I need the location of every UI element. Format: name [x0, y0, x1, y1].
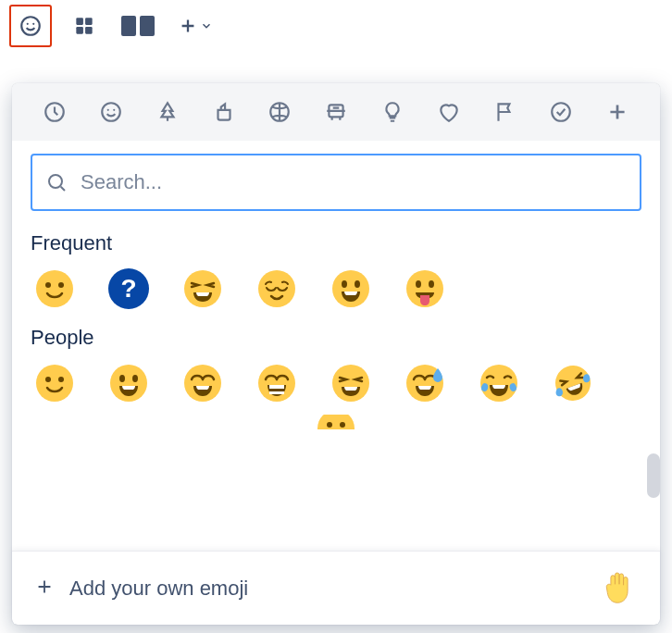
emoji-picker: Frequent ? People [12, 83, 660, 625]
svg-rect-3 [76, 18, 83, 25]
svg-rect-4 [85, 18, 93, 25]
svg-point-26 [36, 365, 73, 402]
emoji-grinning-face-big-eyes[interactable] [105, 359, 153, 407]
svg-point-9 [107, 109, 109, 111]
svg-point-21 [342, 280, 347, 288]
section-label-people: People [31, 326, 641, 350]
cat-activity[interactable] [252, 83, 308, 141]
svg-point-17 [58, 282, 64, 288]
svg-point-2 [32, 23, 34, 25]
emoji-slightly-smiling-face[interactable] [31, 265, 79, 313]
svg-point-14 [49, 175, 62, 188]
svg-point-8 [102, 103, 120, 121]
svg-rect-5 [76, 27, 83, 34]
emoji-question-mark[interactable]: ? [105, 265, 153, 313]
svg-point-27 [45, 377, 51, 382]
cat-flags[interactable] [477, 83, 533, 141]
svg-point-15 [36, 270, 73, 307]
emoji-list[interactable]: Frequent ? People [12, 218, 660, 551]
cat-productivity[interactable] [533, 83, 590, 141]
search-input[interactable] [81, 170, 627, 194]
category-bar [12, 83, 660, 141]
emoji-slightly-smiling-face[interactable] [31, 359, 79, 407]
emoji-rofl[interactable] [549, 359, 597, 407]
emoji-button[interactable] [9, 5, 52, 47]
svg-point-0 [21, 17, 40, 35]
emoji-grinning-sweat[interactable] [401, 359, 449, 407]
svg-rect-35 [269, 391, 284, 394]
insert-more-button[interactable] [170, 8, 220, 43]
svg-point-10 [113, 109, 115, 111]
section-label-frequent: Frequent [31, 231, 641, 255]
emoji-partial[interactable] [312, 415, 360, 429]
editor-toolbar [0, 0, 672, 52]
emoji-grinning-face-big-eyes[interactable] [327, 265, 375, 313]
emoji-relieved-face[interactable] [253, 265, 301, 313]
cat-people[interactable] [83, 83, 140, 141]
preview-raised-hand-icon [601, 568, 638, 609]
svg-rect-34 [269, 385, 284, 389]
svg-point-30 [119, 375, 125, 382]
svg-point-13 [552, 103, 570, 121]
cat-food[interactable] [195, 83, 252, 141]
search-box[interactable] [31, 154, 641, 211]
emoji-tears-of-joy[interactable] [475, 359, 523, 407]
svg-point-42 [340, 422, 345, 428]
svg-point-39 [553, 363, 593, 403]
svg-point-19 [258, 270, 295, 307]
emoji-face-with-tongue[interactable] [401, 265, 449, 313]
add-own-emoji-button[interactable]: Add your own emoji [69, 577, 586, 601]
chevron-down-icon [200, 19, 213, 32]
svg-rect-6 [85, 27, 93, 34]
plus-icon [34, 577, 55, 601]
svg-point-31 [132, 375, 138, 382]
cat-travel[interactable] [308, 83, 365, 141]
cat-custom[interactable] [589, 83, 645, 141]
svg-point-40 [317, 415, 355, 429]
search-icon [45, 171, 68, 193]
svg-point-28 [58, 377, 64, 382]
layouts-icon [121, 16, 155, 36]
svg-point-1 [27, 23, 29, 25]
emoji-laughing-squinting-face[interactable] [327, 359, 375, 407]
cat-frequent[interactable] [27, 83, 83, 141]
cat-nature[interactable] [139, 83, 195, 141]
svg-point-25 [429, 280, 434, 288]
cat-symbols[interactable] [420, 83, 477, 141]
svg-point-41 [327, 422, 332, 428]
svg-point-16 [45, 282, 51, 288]
table-button[interactable] [63, 5, 106, 47]
emoji-laughing-squinting-face[interactable] [179, 265, 227, 313]
scrollbar-thumb[interactable] [647, 453, 660, 498]
layouts-button[interactable] [117, 5, 159, 47]
svg-point-22 [355, 280, 360, 288]
picker-footer: Add your own emoji [12, 551, 660, 625]
svg-point-24 [416, 280, 421, 288]
emoji-grinning-smiling-eyes[interactable] [179, 359, 227, 407]
emoji-beaming-smiling-eyes[interactable] [253, 359, 301, 407]
cat-objects[interactable] [364, 83, 420, 141]
